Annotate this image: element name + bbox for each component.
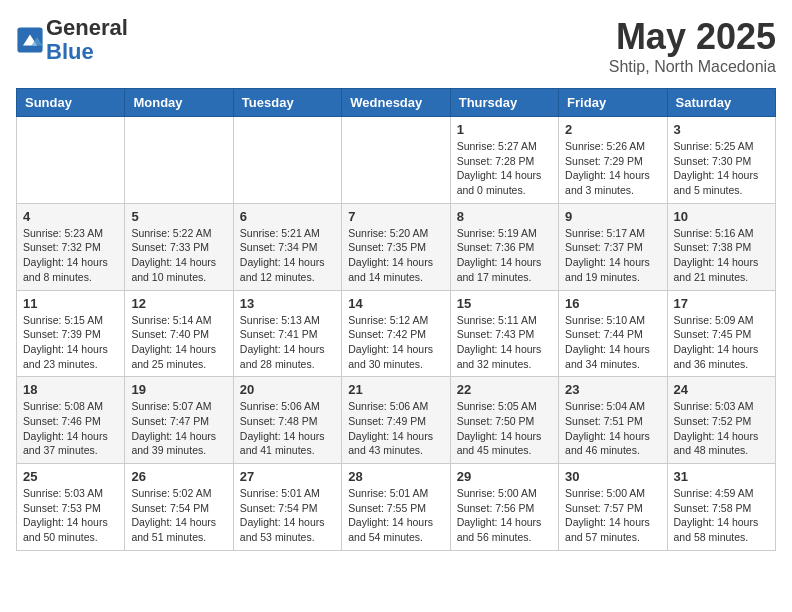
calendar-week-5: 25Sunrise: 5:03 AM Sunset: 7:53 PM Dayli…: [17, 464, 776, 551]
day-info: Sunrise: 5:23 AM Sunset: 7:32 PM Dayligh…: [23, 226, 118, 285]
calendar-cell: 3Sunrise: 5:25 AM Sunset: 7:30 PM Daylig…: [667, 117, 775, 204]
calendar-cell: 9Sunrise: 5:17 AM Sunset: 7:37 PM Daylig…: [559, 203, 667, 290]
calendar-cell: 20Sunrise: 5:06 AM Sunset: 7:48 PM Dayli…: [233, 377, 341, 464]
day-number: 30: [565, 469, 660, 484]
logo: General Blue: [16, 16, 128, 64]
page-header: General Blue May 2025 Shtip, North Maced…: [16, 16, 776, 76]
day-number: 3: [674, 122, 769, 137]
day-info: Sunrise: 5:16 AM Sunset: 7:38 PM Dayligh…: [674, 226, 769, 285]
day-info: Sunrise: 5:25 AM Sunset: 7:30 PM Dayligh…: [674, 139, 769, 198]
day-number: 15: [457, 296, 552, 311]
day-number: 25: [23, 469, 118, 484]
day-number: 21: [348, 382, 443, 397]
day-number: 19: [131, 382, 226, 397]
day-info: Sunrise: 5:10 AM Sunset: 7:44 PM Dayligh…: [565, 313, 660, 372]
day-info: Sunrise: 5:07 AM Sunset: 7:47 PM Dayligh…: [131, 399, 226, 458]
day-number: 20: [240, 382, 335, 397]
day-info: Sunrise: 5:08 AM Sunset: 7:46 PM Dayligh…: [23, 399, 118, 458]
calendar-cell: 5Sunrise: 5:22 AM Sunset: 7:33 PM Daylig…: [125, 203, 233, 290]
calendar-cell: 15Sunrise: 5:11 AM Sunset: 7:43 PM Dayli…: [450, 290, 558, 377]
day-info: Sunrise: 5:04 AM Sunset: 7:51 PM Dayligh…: [565, 399, 660, 458]
day-number: 12: [131, 296, 226, 311]
calendar-cell: 31Sunrise: 4:59 AM Sunset: 7:58 PM Dayli…: [667, 464, 775, 551]
day-number: 16: [565, 296, 660, 311]
calendar-cell: 30Sunrise: 5:00 AM Sunset: 7:57 PM Dayli…: [559, 464, 667, 551]
day-info: Sunrise: 5:09 AM Sunset: 7:45 PM Dayligh…: [674, 313, 769, 372]
day-number: 17: [674, 296, 769, 311]
calendar-cell: 2Sunrise: 5:26 AM Sunset: 7:29 PM Daylig…: [559, 117, 667, 204]
day-number: 13: [240, 296, 335, 311]
day-info: Sunrise: 5:03 AM Sunset: 7:52 PM Dayligh…: [674, 399, 769, 458]
weekday-header-monday: Monday: [125, 89, 233, 117]
calendar-cell: [342, 117, 450, 204]
day-info: Sunrise: 5:01 AM Sunset: 7:55 PM Dayligh…: [348, 486, 443, 545]
calendar-cell: [125, 117, 233, 204]
day-number: 8: [457, 209, 552, 224]
calendar-cell: 10Sunrise: 5:16 AM Sunset: 7:38 PM Dayli…: [667, 203, 775, 290]
day-info: Sunrise: 5:03 AM Sunset: 7:53 PM Dayligh…: [23, 486, 118, 545]
calendar-cell: 14Sunrise: 5:12 AM Sunset: 7:42 PM Dayli…: [342, 290, 450, 377]
day-info: Sunrise: 5:01 AM Sunset: 7:54 PM Dayligh…: [240, 486, 335, 545]
calendar-cell: 12Sunrise: 5:14 AM Sunset: 7:40 PM Dayli…: [125, 290, 233, 377]
calendar-cell: 28Sunrise: 5:01 AM Sunset: 7:55 PM Dayli…: [342, 464, 450, 551]
weekday-header-thursday: Thursday: [450, 89, 558, 117]
logo-icon: [16, 26, 44, 54]
day-info: Sunrise: 5:12 AM Sunset: 7:42 PM Dayligh…: [348, 313, 443, 372]
day-number: 22: [457, 382, 552, 397]
weekday-header-friday: Friday: [559, 89, 667, 117]
calendar-cell: 19Sunrise: 5:07 AM Sunset: 7:47 PM Dayli…: [125, 377, 233, 464]
calendar-cell: 6Sunrise: 5:21 AM Sunset: 7:34 PM Daylig…: [233, 203, 341, 290]
calendar-cell: 22Sunrise: 5:05 AM Sunset: 7:50 PM Dayli…: [450, 377, 558, 464]
day-info: Sunrise: 5:06 AM Sunset: 7:48 PM Dayligh…: [240, 399, 335, 458]
day-info: Sunrise: 5:14 AM Sunset: 7:40 PM Dayligh…: [131, 313, 226, 372]
day-info: Sunrise: 5:21 AM Sunset: 7:34 PM Dayligh…: [240, 226, 335, 285]
calendar-cell: 1Sunrise: 5:27 AM Sunset: 7:28 PM Daylig…: [450, 117, 558, 204]
day-number: 6: [240, 209, 335, 224]
calendar-cell: 27Sunrise: 5:01 AM Sunset: 7:54 PM Dayli…: [233, 464, 341, 551]
day-number: 2: [565, 122, 660, 137]
day-number: 9: [565, 209, 660, 224]
day-number: 24: [674, 382, 769, 397]
calendar-cell: 29Sunrise: 5:00 AM Sunset: 7:56 PM Dayli…: [450, 464, 558, 551]
day-number: 23: [565, 382, 660, 397]
calendar-cell: 13Sunrise: 5:13 AM Sunset: 7:41 PM Dayli…: [233, 290, 341, 377]
calendar-cell: 18Sunrise: 5:08 AM Sunset: 7:46 PM Dayli…: [17, 377, 125, 464]
weekday-header-saturday: Saturday: [667, 89, 775, 117]
day-number: 28: [348, 469, 443, 484]
day-info: Sunrise: 5:17 AM Sunset: 7:37 PM Dayligh…: [565, 226, 660, 285]
calendar-cell: 17Sunrise: 5:09 AM Sunset: 7:45 PM Dayli…: [667, 290, 775, 377]
calendar-cell: [233, 117, 341, 204]
day-info: Sunrise: 5:11 AM Sunset: 7:43 PM Dayligh…: [457, 313, 552, 372]
day-number: 27: [240, 469, 335, 484]
calendar-cell: 25Sunrise: 5:03 AM Sunset: 7:53 PM Dayli…: [17, 464, 125, 551]
day-info: Sunrise: 5:27 AM Sunset: 7:28 PM Dayligh…: [457, 139, 552, 198]
day-info: Sunrise: 5:02 AM Sunset: 7:54 PM Dayligh…: [131, 486, 226, 545]
day-info: Sunrise: 5:06 AM Sunset: 7:49 PM Dayligh…: [348, 399, 443, 458]
calendar-cell: 21Sunrise: 5:06 AM Sunset: 7:49 PM Dayli…: [342, 377, 450, 464]
weekday-header-wednesday: Wednesday: [342, 89, 450, 117]
day-number: 5: [131, 209, 226, 224]
day-number: 11: [23, 296, 118, 311]
day-number: 14: [348, 296, 443, 311]
day-number: 1: [457, 122, 552, 137]
calendar-cell: 16Sunrise: 5:10 AM Sunset: 7:44 PM Dayli…: [559, 290, 667, 377]
calendar-week-1: 1Sunrise: 5:27 AM Sunset: 7:28 PM Daylig…: [17, 117, 776, 204]
day-info: Sunrise: 5:22 AM Sunset: 7:33 PM Dayligh…: [131, 226, 226, 285]
day-info: Sunrise: 5:15 AM Sunset: 7:39 PM Dayligh…: [23, 313, 118, 372]
day-number: 26: [131, 469, 226, 484]
day-info: Sunrise: 4:59 AM Sunset: 7:58 PM Dayligh…: [674, 486, 769, 545]
weekday-header-sunday: Sunday: [17, 89, 125, 117]
day-number: 18: [23, 382, 118, 397]
calendar-cell: 7Sunrise: 5:20 AM Sunset: 7:35 PM Daylig…: [342, 203, 450, 290]
calendar-week-2: 4Sunrise: 5:23 AM Sunset: 7:32 PM Daylig…: [17, 203, 776, 290]
title-block: May 2025 Shtip, North Macedonia: [609, 16, 776, 76]
day-number: 7: [348, 209, 443, 224]
day-info: Sunrise: 5:00 AM Sunset: 7:57 PM Dayligh…: [565, 486, 660, 545]
calendar-week-4: 18Sunrise: 5:08 AM Sunset: 7:46 PM Dayli…: [17, 377, 776, 464]
location: Shtip, North Macedonia: [609, 58, 776, 76]
day-info: Sunrise: 5:05 AM Sunset: 7:50 PM Dayligh…: [457, 399, 552, 458]
calendar-cell: [17, 117, 125, 204]
calendar-cell: 8Sunrise: 5:19 AM Sunset: 7:36 PM Daylig…: [450, 203, 558, 290]
weekday-header-tuesday: Tuesday: [233, 89, 341, 117]
calendar-cell: 4Sunrise: 5:23 AM Sunset: 7:32 PM Daylig…: [17, 203, 125, 290]
